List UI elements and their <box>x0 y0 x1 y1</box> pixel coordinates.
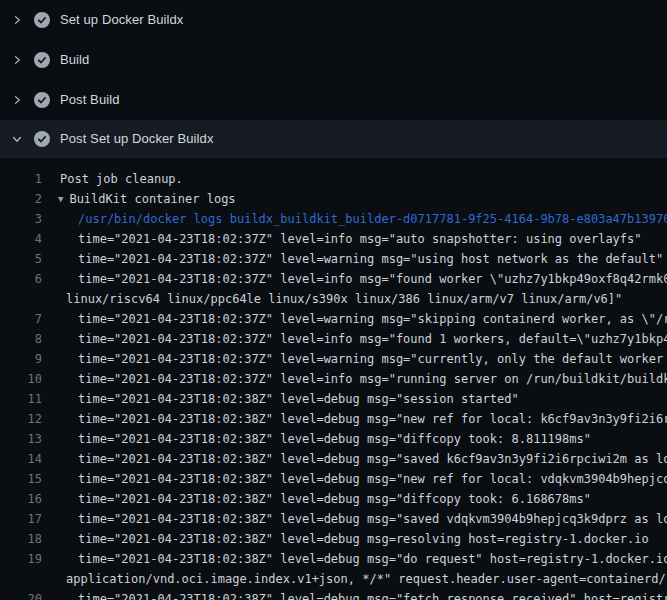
log-line: 19 time="2021-04-23T18:02:38Z" level=deb… <box>0 549 667 569</box>
chevron-right-icon[interactable] <box>9 92 25 108</box>
log-line-number[interactable]: 2 <box>0 189 42 209</box>
step-row[interactable]: Post Set up Docker Buildx <box>0 120 667 158</box>
log-line-text: time="2021-04-23T18:02:37Z" level=info m… <box>78 229 642 249</box>
log-line: 5 time="2021-04-23T18:02:37Z" level=warn… <box>0 249 667 269</box>
log-line-number[interactable]: 3 <box>0 209 42 229</box>
log-line-number[interactable]: 20 <box>0 589 42 600</box>
check-circle-icon <box>34 92 50 108</box>
log-line: 11 time="2021-04-23T18:02:38Z" level=deb… <box>0 389 667 409</box>
check-circle-icon <box>34 12 50 28</box>
log-line-number[interactable]: 7 <box>0 309 42 329</box>
log-line-text: time="2021-04-23T18:02:37Z" level=warnin… <box>78 309 667 329</box>
log-line-number[interactable]: 1 <box>0 169 42 189</box>
log-line-number[interactable]: 12 <box>0 409 42 429</box>
log-line-number[interactable]: 19 <box>0 549 42 569</box>
log-line-number[interactable]: 16 <box>0 489 42 509</box>
check-circle-icon <box>34 52 50 68</box>
step-title: Post Build <box>60 92 120 108</box>
check-circle-icon <box>34 131 50 147</box>
log-line: 12 time="2021-04-23T18:02:38Z" level=deb… <box>0 409 667 429</box>
log-line: 9 time="2021-04-23T18:02:37Z" level=warn… <box>0 349 667 369</box>
steps-list: Set up Docker Buildx Build <box>0 0 667 158</box>
log-line-number[interactable]: 13 <box>0 429 42 449</box>
log-line: 6 time="2021-04-23T18:02:37Z" level=info… <box>0 269 667 289</box>
log-line-text: application/vnd.oci.image.index.v1+json,… <box>66 569 667 589</box>
log-line: 13 time="2021-04-23T18:02:38Z" level=deb… <box>0 429 667 449</box>
log-line-text: time="2021-04-23T18:02:37Z" level=warnin… <box>78 349 667 369</box>
log-line-text: time="2021-04-23T18:02:38Z" level=debug … <box>78 549 667 569</box>
log-line-number[interactable]: 10 <box>0 369 42 389</box>
log-line-number[interactable]: 11 <box>0 389 42 409</box>
log-line-number[interactable]: 8 <box>0 329 42 349</box>
step-row[interactable]: Build <box>0 40 667 80</box>
log-line: 20 time="2021-04-23T18:02:38Z" level=deb… <box>0 589 667 600</box>
log-line-text: time="2021-04-23T18:02:38Z" level=debug … <box>78 489 591 509</box>
log-line-text: time="2021-04-23T18:02:37Z" level=info m… <box>78 269 667 289</box>
log-line: 7 time="2021-04-23T18:02:37Z" level=warn… <box>0 309 667 329</box>
log-line-text: time="2021-04-23T18:02:37Z" level=warnin… <box>78 249 663 269</box>
log-line-text: time="2021-04-23T18:02:38Z" level=debug … <box>78 469 667 489</box>
step-title: Post Set up Docker Buildx <box>60 131 214 147</box>
log-line: 3 /usr/bin/docker logs buildx_buildkit_b… <box>0 209 667 229</box>
log-line: 16 time="2021-04-23T18:02:38Z" level=deb… <box>0 489 667 509</box>
log-line-number[interactable]: 17 <box>0 509 42 529</box>
log-line-text: time="2021-04-23T18:02:38Z" level=debug … <box>78 529 649 549</box>
log-line-text: /usr/bin/docker logs buildx_buildkit_bui… <box>78 209 667 229</box>
log-line-number[interactable] <box>0 289 42 309</box>
log-line: 10 time="2021-04-23T18:02:37Z" level=inf… <box>0 369 667 389</box>
step-row[interactable]: Set up Docker Buildx <box>0 0 667 40</box>
log-line: application/vnd.oci.image.index.v1+json,… <box>0 569 667 589</box>
log-line-number[interactable]: 15 <box>0 469 42 489</box>
log-line-number[interactable]: 6 <box>0 269 42 289</box>
log-line: 1 Post job cleanup. <box>0 169 667 189</box>
log-line: 2 ▼ BuildKit container logs <box>0 189 667 209</box>
log-line: 18 time="2021-04-23T18:02:38Z" level=deb… <box>0 529 667 549</box>
log-line: 15 time="2021-04-23T18:02:38Z" level=deb… <box>0 469 667 489</box>
log-line-number[interactable]: 4 <box>0 229 42 249</box>
log-line: 17 time="2021-04-23T18:02:38Z" level=deb… <box>0 509 667 529</box>
log-line-text: BuildKit container logs <box>69 189 235 209</box>
log-line: linux/riscv64 linux/ppc64le linux/s390x … <box>0 289 667 309</box>
log-line-text: time="2021-04-23T18:02:38Z" level=debug … <box>78 589 667 600</box>
log-line-text: linux/riscv64 linux/ppc64le linux/s390x … <box>66 289 622 309</box>
log-line: 4 time="2021-04-23T18:02:37Z" level=info… <box>0 229 667 249</box>
log-line-text: Post job cleanup. <box>60 169 183 189</box>
log-line-text: time="2021-04-23T18:02:38Z" level=debug … <box>78 389 519 409</box>
log-line-number[interactable] <box>0 569 42 589</box>
log-line-number[interactable]: 9 <box>0 349 42 369</box>
log-line-text: time="2021-04-23T18:02:38Z" level=debug … <box>78 449 667 469</box>
group-collapse-icon[interactable]: ▼ <box>58 189 63 209</box>
step-title: Build <box>60 52 89 68</box>
log-line-text: time="2021-04-23T18:02:38Z" level=debug … <box>78 409 667 429</box>
step-title: Set up Docker Buildx <box>60 12 183 28</box>
log-line-text: time="2021-04-23T18:02:37Z" level=info m… <box>78 369 667 389</box>
chevron-down-icon[interactable] <box>9 131 25 147</box>
chevron-right-icon[interactable] <box>9 12 25 28</box>
step-row[interactable]: Post Build <box>0 80 667 120</box>
log-line-number[interactable]: 14 <box>0 449 42 469</box>
log-line: 8 time="2021-04-23T18:02:37Z" level=info… <box>0 329 667 349</box>
log-line-number[interactable]: 18 <box>0 529 42 549</box>
log-line-number[interactable]: 5 <box>0 249 42 269</box>
log-line-text: time="2021-04-23T18:02:38Z" level=debug … <box>78 429 591 449</box>
chevron-right-icon[interactable] <box>9 52 25 68</box>
log-line-text: time="2021-04-23T18:02:37Z" level=info m… <box>78 329 667 349</box>
log-line-text: time="2021-04-23T18:02:38Z" level=debug … <box>78 509 667 529</box>
log-line: 14 time="2021-04-23T18:02:38Z" level=deb… <box>0 449 667 469</box>
log-area: 1 Post job cleanup. 2 ▼ BuildKit contain… <box>0 158 667 600</box>
